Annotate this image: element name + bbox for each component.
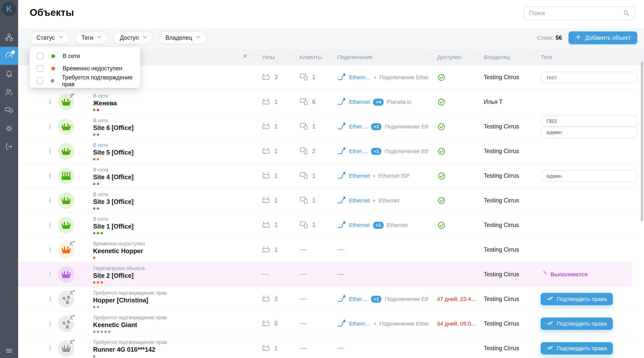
row-checkbox[interactable] [50,222,51,228]
table-row[interactable]: В сетиSite 6 [Office]11Ether…+1Подключен… [24,114,638,139]
table-row[interactable]: В сетиЖенева16Ethernet+4Planeta.tcИлья Т [24,90,638,114]
row-checkbox[interactable] [50,296,51,302]
row-checkbox[interactable] [50,99,51,105]
add-object-button[interactable]: Добавить объект [569,31,637,44]
connection-secondary: Подключение Ethe… [385,123,428,130]
sidebar-item-users[interactable] [0,83,18,102]
clients-count[interactable]: 1 [312,123,315,130]
clients-count[interactable]: 1 [312,222,315,229]
checkbox[interactable] [37,65,44,72]
column-header-owner[interactable]: Владелец [472,50,530,65]
sidebar-item-logout[interactable] [0,138,18,156]
connection-primary[interactable]: Ethern… [349,74,371,81]
clients-count[interactable]: 6 [312,99,315,105]
nodes-count[interactable]: 1 [274,246,278,253]
sidebar-item-menu[interactable] [0,342,18,358]
sidebar-item-notifications[interactable] [0,65,18,83]
nodes-count[interactable]: 2 [274,296,278,302]
column-header-nodes[interactable]: Узлы [252,50,291,65]
nodes-count[interactable]: 1 [274,222,278,229]
filter-chip-теги[interactable]: Теги [75,31,108,44]
sidebar-item-topology[interactable] [0,29,18,47]
empty-dash [299,249,307,250]
row-checkbox[interactable] [50,124,51,129]
sidebar-item-dashboard[interactable] [0,47,18,65]
filter-chip-владелец[interactable]: Владелец [158,31,207,44]
status-filter-option[interactable]: Требуется подтверждение прав [29,75,140,87]
table-row[interactable]: В сетиSite 3 [Office]11EthernetEthernetT… [24,188,638,213]
confirm-rights-button[interactable]: Подтвердить права [541,293,613,305]
status-filter-option[interactable]: В сети [29,50,140,62]
clients-count[interactable]: 1 [312,172,315,179]
table-row[interactable]: Требуется подтверждение правHopper [Chri… [24,287,638,311]
connection-more-badge[interactable]: +1 [371,148,382,155]
row-checkbox[interactable] [50,247,51,252]
confirm-rights-button[interactable]: Подтвердить права [541,318,613,330]
clients-count[interactable]: 1 [312,197,315,204]
scrollbar-thumb[interactable] [641,62,643,221]
confirm-rights-button[interactable]: Подтвердить права [541,342,613,354]
row-checkbox[interactable] [50,346,51,351]
sidebar-item-settings[interactable] [0,120,18,138]
row-checkbox[interactable] [50,149,51,154]
sidebar-item-chat[interactable] [0,102,18,120]
filter-chip-доступ[interactable]: Доступ [113,31,153,44]
clients-count[interactable]: 2 [312,148,315,155]
column-header-available[interactable]: Доступен [428,50,472,65]
connection-primary[interactable]: Ether… [349,296,368,302]
connection-primary[interactable]: Ether… [349,123,368,130]
column-header-connections[interactable]: Подключения [328,50,428,65]
tag-pill[interactable]: тест [541,72,638,83]
row-checkbox[interactable] [50,198,51,203]
connection-primary[interactable]: Ethernet [349,99,370,105]
nodes-count[interactable]: 1 [274,99,278,105]
row-checkbox[interactable] [50,321,51,326]
table-row[interactable]: Временно недоступенKeenetic Hopper1Testi… [24,238,638,262]
row-checkbox[interactable] [50,272,51,277]
owner-name: Testing Cirrus [484,345,519,351]
nodes-count[interactable]: 3 [274,74,278,81]
table-row[interactable]: Перезагрузка объектаSite 2 [Office]Testi… [18,262,632,287]
connection-more-badge[interactable]: +1 [371,123,382,130]
connection-more-badge[interactable]: +1 [373,222,384,229]
column-header-tags[interactable]: Теги [530,50,638,65]
plus-icon [575,34,581,42]
device-avatar [58,168,74,184]
tag-pill[interactable]: админ [541,170,638,182]
node-status-dots [93,207,239,210]
search-input[interactable] [529,10,623,17]
nodes-count[interactable]: 1 [274,345,278,352]
table-row[interactable]: В сетиSite 4 [Office]11EthernetEthernet … [24,164,638,188]
device-avatar [58,340,74,357]
nodes-count[interactable]: 5 [274,320,278,327]
nodes-count[interactable]: 1 [274,123,278,130]
connection-primary[interactable]: Ethernet [349,197,370,204]
connection-more-badge[interactable]: +4 [373,99,384,106]
status-dot [93,183,95,185]
clients-icon [299,147,308,156]
pin-column-header[interactable] [239,50,252,65]
nodes-count[interactable]: 1 [274,197,278,204]
tag-pill[interactable]: ПВЗ [541,116,638,127]
table-row[interactable]: Требуется подтверждение правRunner 4G 01… [24,336,638,358]
confirm-rights-label: Подтвердить права [557,321,607,327]
checkbox[interactable] [37,77,43,84]
checkbox[interactable] [37,53,44,60]
connection-primary[interactable]: Ethern… [349,321,371,327]
tag-pill[interactable]: админ [541,127,638,138]
row-checkbox[interactable] [50,173,51,178]
nodes-count[interactable]: 1 [274,172,278,179]
table-row[interactable]: В сетиSite 5 [Office]12Ether…+1Подключен… [24,139,638,164]
clients-count[interactable]: 1 [312,74,315,81]
connection-more-badge[interactable]: +1 [371,296,382,303]
filter-chip-статус[interactable]: Статус [30,31,69,44]
column-header-clients[interactable]: Клиенты [291,50,328,65]
status-filter-option[interactable]: Временно недоступен [29,62,140,75]
connection-primary[interactable]: Ethernet [349,173,370,179]
keenetic-logo[interactable]: K [2,2,16,16]
nodes-count[interactable]: 1 [274,148,278,155]
table-row[interactable]: Требуется подтверждение правKeenetic Gia… [24,311,638,336]
connection-primary[interactable]: Ethernet [349,222,370,229]
table-row[interactable]: В сетиSite 1 [Office]11Ethernet+1Etherne… [24,213,638,238]
connection-primary[interactable]: Ether… [349,148,368,155]
